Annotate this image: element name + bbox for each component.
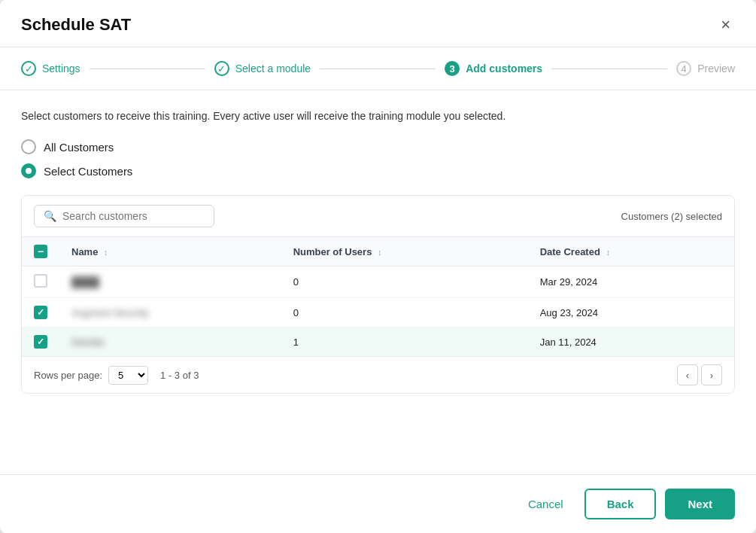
step-select-module: ✓ Select a module (214, 61, 311, 76)
row-name: Deloitte (59, 327, 281, 357)
table-toolbar: 🔍 Customers (2) selected (22, 196, 734, 237)
step-preview-label: Preview (697, 62, 735, 75)
rows-per-page-label: Rows per page: (34, 370, 102, 381)
header-checkbox-cell (22, 237, 59, 266)
row-checkbox[interactable] (34, 335, 47, 349)
next-button[interactable]: Next (665, 489, 735, 519)
radio-select-customers-label: Select Customers (44, 165, 132, 178)
next-page-button[interactable]: › (701, 364, 722, 385)
step-add-customers: 3 Add customers (445, 61, 542, 76)
step-preview: 4 Preview (676, 61, 735, 76)
row-checkbox[interactable] (34, 306, 47, 319)
radio-select-customers[interactable]: Select Customers (21, 163, 735, 178)
search-icon: 🔍 (44, 210, 56, 222)
rows-per-page-select[interactable]: 5 10 25 (108, 366, 148, 385)
description: Select customers to receive this trainin… (21, 108, 735, 124)
step-select-module-label: Select a module (235, 62, 311, 75)
step-settings: ✓ Settings (21, 61, 80, 76)
step-divider-2 (320, 69, 436, 69)
col-name: Name ↕ (59, 237, 281, 266)
row-checkbox[interactable] (34, 274, 47, 288)
step-add-customers-label: Add customers (466, 62, 542, 75)
row-date-created: Jan 11, 2024 (528, 327, 734, 357)
modal-title: Schedule SAT (21, 15, 131, 35)
radio-circle-all (21, 139, 36, 154)
col-date-created: Date Created ↕ (528, 237, 734, 266)
sort-icon-users: ↕ (378, 248, 382, 257)
step-settings-icon: ✓ (21, 61, 36, 76)
modal-header: Schedule SAT × (0, 0, 756, 47)
selected-count: Customers (2) selected (621, 211, 722, 222)
row-checkbox-cell (22, 266, 59, 298)
row-num-users: 1 (281, 327, 528, 357)
sort-icon-date: ↕ (606, 248, 611, 257)
step-settings-label: Settings (42, 62, 80, 75)
rows-per-page: Rows per page: 5 10 25 (34, 366, 148, 385)
customers-table: Name ↕ Number of Users ↕ Date Created ↕ (22, 237, 734, 356)
row-name: ████ (59, 266, 281, 298)
back-button[interactable]: Back (584, 489, 657, 519)
pagination-info: 1 - 3 of 3 (160, 370, 199, 381)
radio-group: All Customers Select Customers (21, 139, 735, 178)
modal-footer: Cancel Back Next (0, 474, 756, 533)
row-num-users: 0 (281, 298, 528, 327)
radio-circle-select (21, 163, 36, 178)
cancel-button[interactable]: Cancel (516, 490, 575, 518)
col-num-users: Number of Users ↕ (281, 237, 528, 266)
row-name: Augment Security (59, 298, 281, 327)
search-box[interactable]: 🔍 (34, 205, 214, 227)
table-body: ████0Mar 29, 2024Augment Security0Aug 23… (22, 266, 734, 357)
customer-table-card: 🔍 Customers (2) selected Name ↕ (21, 195, 735, 394)
table-header-row: Name ↕ Number of Users ↕ Date Created ↕ (22, 237, 734, 266)
radio-all-customers[interactable]: All Customers (21, 139, 735, 154)
table-row: ████0Mar 29, 2024 (22, 266, 734, 298)
step-select-module-icon: ✓ (214, 61, 229, 76)
row-checkbox-cell (22, 327, 59, 357)
radio-all-customers-label: All Customers (44, 141, 114, 154)
modal: Schedule SAT × ✓ Settings ✓ Select a mod… (0, 0, 756, 533)
search-input[interactable] (62, 210, 205, 222)
pagination-buttons: ‹ › (677, 364, 722, 385)
header-checkbox[interactable] (34, 245, 47, 258)
stepper: ✓ Settings ✓ Select a module 3 Add custo… (0, 47, 756, 90)
row-num-users: 0 (281, 266, 528, 298)
row-date-created: Aug 23, 2024 (528, 298, 734, 327)
table-footer: Rows per page: 5 10 25 1 - 3 of 3 ‹ › (22, 356, 734, 393)
table-row: Deloitte1Jan 11, 2024 (22, 327, 734, 357)
step-preview-icon: 4 (676, 61, 691, 76)
table-row: Augment Security0Aug 23, 2024 (22, 298, 734, 327)
prev-page-button[interactable]: ‹ (677, 364, 698, 385)
modal-body: Select customers to receive this trainin… (0, 90, 756, 474)
step-add-customers-icon: 3 (445, 61, 460, 76)
close-button[interactable]: × (716, 15, 735, 35)
step-divider-1 (90, 69, 205, 69)
sort-icon-name: ↕ (104, 248, 108, 257)
step-divider-3 (551, 69, 667, 69)
row-date-created: Mar 29, 2024 (528, 266, 734, 298)
row-checkbox-cell (22, 298, 59, 327)
